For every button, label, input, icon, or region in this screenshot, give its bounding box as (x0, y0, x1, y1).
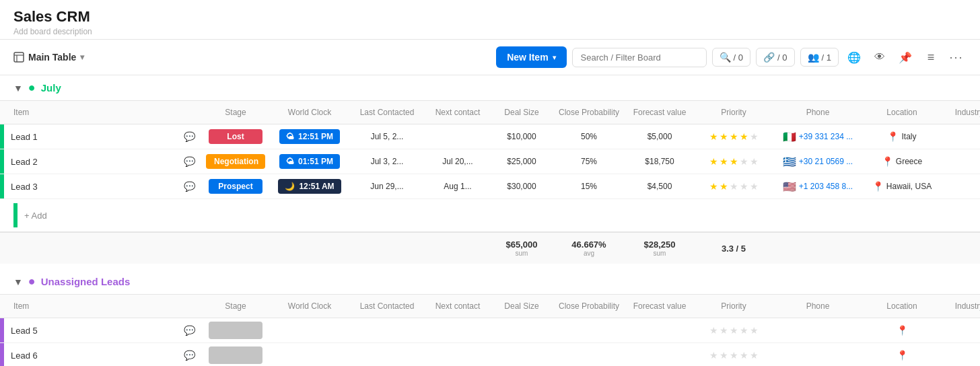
comment-icon[interactable]: 💬 (184, 181, 195, 192)
summary-cell (862, 246, 942, 251)
search-input[interactable] (572, 48, 707, 67)
more-button[interactable]: ··· (946, 47, 967, 67)
table-selector[interactable]: Main Table ▾ (13, 52, 84, 63)
row-stage[interactable]: Prospect (202, 176, 269, 196)
row-stage[interactable]: Negotiation (202, 151, 269, 172)
summary-closeprob: 46.667% avg (552, 237, 626, 260)
eye-button[interactable]: 👁 (870, 47, 890, 67)
row-closeprob[interactable]: 75% (552, 154, 626, 169)
row-dealsize[interactable]: $30,000 (491, 179, 552, 194)
row-forecast[interactable]: $5,000 (626, 129, 693, 144)
unassigned-col-headers: Item Stage World Clock Last Contacted Ne… (0, 294, 980, 318)
col-lastcontacted-unassigned: Last Contacted (350, 301, 424, 311)
row-closeprob[interactable] (552, 328, 626, 333)
row-worldclock[interactable] (269, 328, 350, 333)
row-lastcontacted[interactable]: Jul 3, 2... (350, 154, 424, 169)
row-worldclock[interactable] (269, 353, 350, 358)
row-forecast[interactable]: $4,500 (626, 179, 693, 194)
comment-icon[interactable]: 💬 (184, 131, 195, 142)
location-cell: 📍 Hawaii, USA (872, 181, 932, 192)
row-location[interactable]: 📍 Greece (862, 153, 942, 170)
summary-cell (269, 246, 350, 251)
row-stage[interactable]: Lost (202, 126, 269, 147)
summary-row-july: $65,000 sum 46.667% avg $28,250 sum 3.3 … (0, 231, 980, 264)
col-location-unassigned: Location (862, 301, 942, 311)
row-phone[interactable]: 🇺🇸 +1 203 458 8... (774, 178, 862, 196)
location-cell: 📍 Italy (887, 131, 916, 142)
row-stage[interactable] (202, 319, 269, 342)
row-dealsize[interactable]: $25,000 (491, 154, 552, 169)
row-closeprob[interactable] (552, 353, 626, 358)
filter-button[interactable]: ≡ (921, 47, 941, 67)
row-phone[interactable] (774, 328, 862, 333)
row-phone[interactable] (774, 353, 862, 358)
share-counter[interactable]: 🔗 / 0 (756, 48, 794, 67)
row-forecast[interactable] (626, 328, 693, 333)
row-nextcontact[interactable] (424, 353, 491, 358)
summary-forecast-label: sum (629, 250, 691, 257)
stars: ★ ★ ★ ★ ★ (709, 131, 759, 142)
people-count: / 1 (822, 52, 831, 63)
add-row-july[interactable]: + Add (0, 199, 980, 231)
row-industry[interactable] (942, 134, 980, 139)
row-nextcontact[interactable]: Jul 20,... (424, 154, 491, 169)
row-worldclock[interactable]: 🌤 12:51 PM (269, 126, 350, 147)
board-content: ▼ ● July Item Stage World Clock Last Con… (0, 75, 980, 366)
row-lastcontacted[interactable]: Jul 5, 2... (350, 129, 424, 144)
row-location[interactable]: 📍 Hawaii, USA (862, 178, 942, 194)
row-priority[interactable]: ★ ★ ★ ★ ★ (693, 129, 774, 145)
row-lastcontacted[interactable] (350, 353, 424, 358)
col-stage-unassigned: Stage (202, 301, 269, 311)
row-location[interactable]: 📍 Italy (862, 129, 942, 145)
summary-cell (350, 246, 424, 251)
row-dealsize[interactable]: $10,000 (491, 129, 552, 144)
sun-icon: 🌤 (286, 132, 294, 141)
row-closeprob[interactable]: 15% (552, 179, 626, 194)
row-forecast[interactable] (626, 353, 693, 358)
row-lastcontacted[interactable] (350, 328, 424, 333)
group-july-toggle[interactable]: ▼ (13, 83, 23, 94)
row-priority[interactable]: ★ ★ ★ ★ ★ (693, 153, 774, 170)
col-forecast-july: Forecast value (626, 108, 693, 117)
search-counter[interactable]: 🔍 / 0 (712, 48, 750, 67)
row-lastcontacted[interactable]: Jun 29,... (350, 179, 424, 194)
row-closeprob[interactable]: 50% (552, 129, 626, 144)
group-unassigned-toggle[interactable]: ▼ (13, 277, 23, 287)
app-subtitle[interactable]: Add board description (13, 27, 967, 36)
row-phone[interactable]: 🇬🇷 +30 21 0569 ... (774, 153, 862, 171)
row-dealsize[interactable] (491, 353, 552, 358)
pin-button[interactable]: 📌 (895, 47, 915, 67)
row-stage[interactable] (202, 344, 269, 366)
col-nextcontact-unassigned: Next contact (424, 301, 491, 311)
row-nextcontact[interactable] (424, 134, 491, 139)
sun-icon: 🌤 (286, 157, 294, 166)
globe-button[interactable]: 🌐 (844, 47, 864, 67)
row-phone[interactable]: 🇮🇹 +39 331 234 ... (774, 128, 862, 146)
table-icon (13, 52, 24, 63)
new-item-button[interactable]: New Item ▾ (496, 46, 566, 68)
row-priority[interactable]: ★ ★ ★ ★ ★ (693, 178, 774, 194)
col-forecast-unassigned: Forecast value (626, 301, 693, 311)
row-location[interactable]: 📍 (862, 322, 942, 338)
row-forecast[interactable]: $18,750 (626, 154, 693, 169)
row-industry[interactable] (942, 159, 980, 164)
row-worldclock[interactable]: 🌤 01:51 PM (269, 151, 350, 172)
people-counter[interactable]: 👥 / 1 (800, 48, 839, 67)
row-industry[interactable] (942, 353, 980, 358)
col-priority-unassigned: Priority (693, 301, 774, 311)
row-worldclock[interactable]: 🌙 12:51 AM (269, 176, 350, 196)
comment-icon[interactable]: 💬 (184, 156, 195, 167)
comment-icon[interactable]: 💬 (184, 350, 195, 361)
row-priority[interactable]: ★ ★ ★ ★ ★ (693, 347, 774, 363)
row-nextcontact[interactable]: Aug 1... (424, 179, 491, 194)
col-phone-july: Phone (774, 108, 862, 117)
row-dealsize[interactable] (491, 328, 552, 333)
toolbar: Main Table ▾ New Item ▾ 🔍 / 0 🔗 / 0 👥 / … (0, 40, 980, 75)
row-industry[interactable] (942, 328, 980, 333)
flag-icon: 🇮🇹 (783, 131, 796, 143)
comment-icon[interactable]: 💬 (184, 325, 195, 336)
row-industry[interactable] (942, 184, 980, 189)
row-nextcontact[interactable] (424, 328, 491, 333)
row-location[interactable]: 📍 (862, 347, 942, 363)
row-priority[interactable]: ★ ★ ★ ★ ★ (693, 322, 774, 338)
